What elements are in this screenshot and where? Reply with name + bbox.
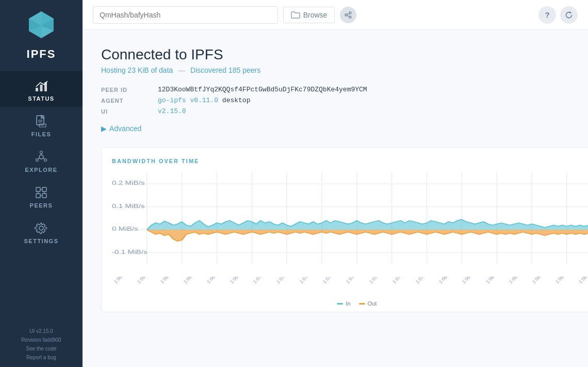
- charts-row: BANDWIDTH OVER TIME: [101, 147, 569, 333]
- separator: —: [178, 66, 185, 74]
- time-label-3: 1:06:39 pm: [159, 277, 179, 284]
- time-label-20: 1:08:45 pm: [554, 277, 575, 284]
- svg-point-30: [349, 12, 351, 14]
- sidebar-item-status-label: STATUS: [28, 95, 54, 102]
- agent-desktop: desktop: [222, 97, 251, 104]
- time-label-14: 1:07:51 pm: [415, 277, 435, 284]
- sidebar-item-peers-label: PEERS: [30, 202, 53, 209]
- time-label-16: 1:08:09 pm: [461, 277, 481, 284]
- svg-line-34: [347, 15, 349, 17]
- time-label-15: 1:08:03 pm: [438, 277, 458, 284]
- svg-point-32: [349, 16, 351, 18]
- peer-id-value: 12D3KooWBtfJYq2KQQsf4FPctGwBd5uDjFKc79DZ…: [158, 86, 569, 93]
- time-label-6: 1:06:57 pm: [229, 277, 249, 284]
- footer-see-code-link[interactable]: See the code: [26, 346, 57, 352]
- time-label-7: 1:07:03 pm: [252, 277, 272, 284]
- peer-id-label: PEER ID: [101, 86, 148, 93]
- info-table: PEER ID 12D3KooWBtfJYq2KQQsf4FPctGwBd5uD…: [101, 86, 569, 115]
- time-label-11: 1:07:33 pm: [345, 277, 365, 284]
- ui-value: v2.15.0: [158, 107, 569, 115]
- hosting-link[interactable]: Hosting 23 KiB of data: [101, 66, 173, 74]
- sidebar-nav: STATUS FILES EXPLORE: [0, 71, 83, 249]
- svg-rect-13: [39, 124, 46, 127]
- status-links: Hosting 23 KiB of data — Discovered 185 …: [101, 66, 569, 74]
- sidebar-footer: UI v2.15.0 Revision fadd900 See the code…: [0, 318, 83, 367]
- bandwidth-chart: 0.2 MiB/s 0.1 MiB/s 0 MiB/s -0.1 MiB/s: [112, 172, 588, 276]
- time-label-1: 1:06:27 pm: [113, 277, 133, 284]
- sidebar-item-peers[interactable]: PEERS: [0, 178, 83, 214]
- legend-in: In: [337, 300, 350, 307]
- footer-ui-version: UI v2.15.0: [0, 327, 83, 336]
- folder-icon: [291, 11, 300, 19]
- sidebar-item-files[interactable]: FILES: [0, 107, 83, 142]
- svg-text:0 MiB/s: 0 MiB/s: [112, 226, 138, 232]
- time-label-17: 1:08:15 pm: [485, 277, 505, 284]
- time-label-19: 1:08:39 pm: [531, 277, 551, 284]
- time-label-2: 1:06:33 pm: [136, 277, 156, 284]
- svg-line-20: [38, 158, 40, 159]
- advanced-arrow: ▶: [101, 124, 107, 133]
- ui-label: UI: [101, 107, 148, 115]
- refresh-icon: [565, 11, 573, 19]
- time-label-21: 1:08:51 pm: [578, 277, 588, 284]
- sidebar-item-status[interactable]: STATUS: [0, 71, 83, 107]
- sidebar-item-explore-label: EXPLORE: [25, 167, 57, 173]
- svg-rect-8: [40, 85, 43, 91]
- svg-point-29: [39, 226, 43, 230]
- peers-link[interactable]: Discovered 185 peers: [190, 66, 260, 74]
- legend-in-label: In: [346, 300, 350, 307]
- main-area: Browse ? Connected to IPFS: [83, 0, 588, 367]
- share-button[interactable]: [340, 7, 356, 23]
- topbar: Browse ?: [83, 0, 588, 30]
- search-input[interactable]: [93, 6, 278, 24]
- footer-revision: Revision fadd900: [0, 336, 83, 344]
- legend-out-label: Out: [368, 300, 377, 307]
- browse-button[interactable]: Browse: [283, 7, 335, 23]
- svg-rect-23: [36, 194, 40, 198]
- agent-value: go-ipfs v0.11.0 desktop: [158, 97, 569, 104]
- svg-text:0.1 MiB/s: 0.1 MiB/s: [112, 203, 145, 210]
- time-label-9: 1:07:15 pm: [299, 277, 319, 284]
- svg-point-14: [39, 155, 43, 159]
- svg-line-19: [43, 158, 45, 159]
- agent-link[interactable]: go-ipfs v0.11.0: [158, 97, 218, 104]
- time-label-4: 1:06:45 pm: [183, 277, 203, 284]
- time-label-18: 1:08:21 pm: [508, 277, 528, 284]
- share-icon: [345, 11, 352, 19]
- sidebar-item-settings[interactable]: SETTINGS: [0, 214, 83, 249]
- page-title: Connected to IPFS: [101, 46, 569, 63]
- bandwidth-section: BANDWIDTH OVER TIME: [101, 147, 588, 312]
- sidebar-item-files-label: FILES: [31, 131, 52, 137]
- advanced-label: Advanced: [109, 124, 141, 133]
- legend-out: Out: [359, 300, 377, 307]
- svg-rect-24: [42, 194, 46, 198]
- svg-point-15: [40, 151, 43, 154]
- svg-point-31: [345, 14, 347, 16]
- sidebar-item-settings-label: SETTINGS: [24, 238, 58, 244]
- svg-line-33: [347, 13, 349, 14]
- sidebar-item-explore[interactable]: EXPLORE: [0, 142, 83, 178]
- bandwidth-title: BANDWIDTH OVER TIME: [112, 158, 588, 164]
- refresh-button[interactable]: [560, 6, 578, 24]
- svg-text:0.2 MiB/s: 0.2 MiB/s: [112, 180, 145, 186]
- content-area: Connected to IPFS Hosting 23 KiB of data…: [83, 30, 588, 367]
- browse-label: Browse: [303, 11, 328, 19]
- footer-report-bug-link[interactable]: Report a bug: [26, 355, 56, 360]
- svg-rect-21: [36, 187, 40, 192]
- agent-label: AGENT: [101, 97, 148, 104]
- svg-text:-0.1 MiB/s: -0.1 MiB/s: [112, 249, 148, 255]
- ui-version-link[interactable]: v2.15.0: [158, 107, 186, 115]
- time-label-8: 1:07:09 pm: [275, 277, 296, 284]
- svg-rect-7: [36, 88, 38, 91]
- svg-rect-22: [42, 187, 46, 192]
- sidebar: IPFS STATUS FILES: [0, 0, 83, 367]
- advanced-toggle[interactable]: ▶ Advanced: [101, 124, 569, 133]
- time-label-10: 1:07:21 pm: [322, 277, 342, 284]
- time-label-5: 1:06:51 pm: [206, 277, 226, 284]
- logo: [25, 8, 58, 47]
- time-label-13: 1:07:45 pm: [391, 277, 412, 284]
- help-button[interactable]: ?: [538, 6, 556, 24]
- chart-legend: In Out: [112, 300, 588, 307]
- app-title: IPFS: [27, 47, 56, 61]
- topbar-right: ?: [538, 6, 578, 24]
